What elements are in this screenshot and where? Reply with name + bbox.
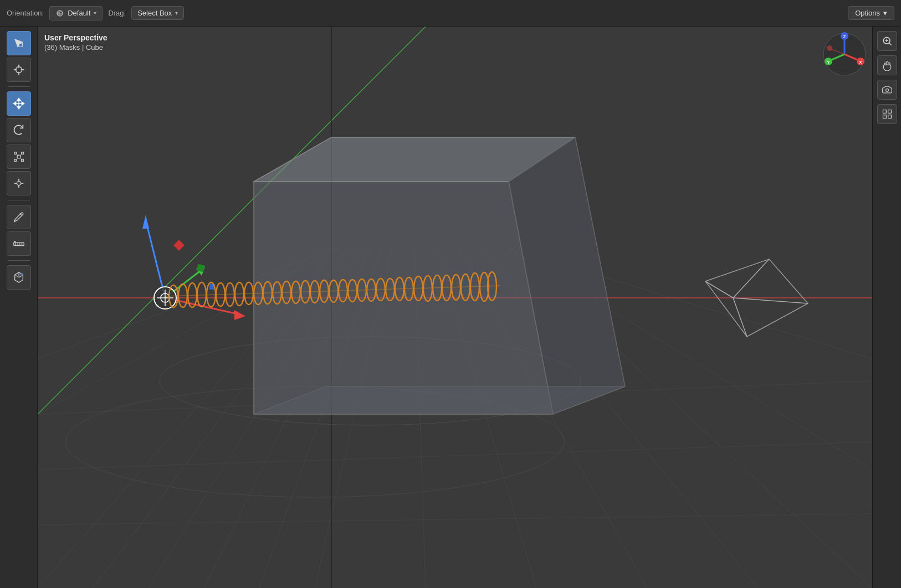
svg-point-73 xyxy=(178,284,187,307)
camera-icon xyxy=(882,84,893,95)
grid-icon xyxy=(882,109,893,120)
tool-rotate[interactable] xyxy=(7,118,31,142)
svg-line-111 xyxy=(733,298,808,303)
svg-point-81 xyxy=(254,282,263,305)
navigation-gizmo[interactable]: Z X Y xyxy=(822,32,867,76)
camera-button[interactable] xyxy=(877,80,897,100)
sidebar-divider-3 xyxy=(8,260,30,261)
svg-point-90 xyxy=(339,280,347,302)
svg-point-89 xyxy=(329,280,338,302)
svg-rect-12 xyxy=(17,155,21,158)
svg-line-41 xyxy=(481,248,758,588)
tool-cursor[interactable] xyxy=(7,58,31,82)
svg-point-75 xyxy=(197,282,206,307)
scale-icon xyxy=(13,151,25,163)
svg-point-101 xyxy=(442,275,451,301)
svg-rect-13 xyxy=(14,152,16,154)
svg-point-99 xyxy=(423,276,432,301)
svg-rect-130 xyxy=(883,110,886,114)
svg-point-91 xyxy=(348,280,357,302)
tool-annotate[interactable] xyxy=(7,205,31,229)
top-toolbar: Orientation: Default ▾ Drag: Select Box … xyxy=(0,0,901,27)
sidebar-divider-1 xyxy=(8,86,30,87)
pan-button[interactable] xyxy=(877,55,897,75)
svg-point-17 xyxy=(17,181,21,185)
tool-transform[interactable] xyxy=(7,171,31,195)
svg-marker-58 xyxy=(254,386,625,414)
svg-point-79 xyxy=(235,282,244,306)
gizmo-svg: Z X Y xyxy=(822,32,867,76)
svg-point-53 xyxy=(160,337,581,425)
svg-point-96 xyxy=(395,277,404,301)
svg-point-71 xyxy=(161,293,170,302)
svg-line-34 xyxy=(149,248,359,588)
svg-text:X: X xyxy=(859,60,862,65)
svg-point-95 xyxy=(386,278,395,301)
svg-line-33 xyxy=(93,248,348,588)
viewport[interactable]: User Perspective (36) Masks | Cube xyxy=(38,27,872,588)
svg-point-83 xyxy=(273,282,281,304)
svg-point-92 xyxy=(357,279,366,301)
svg-marker-57 xyxy=(509,137,625,414)
tool-select[interactable] xyxy=(7,31,31,55)
svg-line-126 xyxy=(888,43,891,45)
svg-line-32 xyxy=(38,248,337,588)
svg-point-102 xyxy=(452,275,460,300)
svg-point-97 xyxy=(405,277,413,301)
svg-point-93 xyxy=(367,279,376,301)
move-icon xyxy=(13,97,25,110)
svg-marker-55 xyxy=(254,182,553,414)
add-cube-icon xyxy=(13,271,25,283)
tool-measure[interactable] xyxy=(7,231,31,256)
cursor-icon xyxy=(13,64,25,76)
drag-dropdown[interactable]: Select Box ▾ xyxy=(131,6,184,20)
svg-line-110 xyxy=(733,259,769,298)
orientation-dropdown[interactable]: Default ▾ xyxy=(49,6,103,20)
svg-point-87 xyxy=(310,281,319,303)
rotate-icon xyxy=(13,124,25,136)
svg-line-37 xyxy=(315,248,392,588)
svg-rect-66 xyxy=(197,264,204,272)
svg-marker-64 xyxy=(196,266,205,276)
svg-marker-60 xyxy=(142,215,149,229)
svg-line-51 xyxy=(38,27,426,414)
tool-move[interactable] xyxy=(7,91,31,116)
tool-add-cube[interactable] xyxy=(7,265,31,290)
svg-rect-65 xyxy=(173,240,185,251)
svg-point-104 xyxy=(470,273,479,301)
tool-scale[interactable] xyxy=(7,145,31,169)
svg-line-63 xyxy=(165,270,201,298)
grid-button[interactable] xyxy=(877,104,897,124)
svg-marker-56 xyxy=(254,137,575,182)
select-icon xyxy=(13,37,25,49)
svg-point-76 xyxy=(207,282,216,307)
svg-point-105 xyxy=(480,272,489,301)
options-label: Options xyxy=(855,9,880,17)
options-button[interactable]: Options ▾ xyxy=(848,6,894,20)
svg-line-42 xyxy=(509,248,872,588)
svg-line-107 xyxy=(165,286,500,296)
zoom-in-button[interactable] xyxy=(877,31,897,51)
svg-rect-15 xyxy=(14,159,16,162)
svg-point-98 xyxy=(414,276,423,301)
svg-rect-22 xyxy=(13,243,23,246)
object-label: (36) Masks | Cube xyxy=(44,43,107,51)
viewport-info: User Perspective (36) Masks | Cube xyxy=(44,33,107,51)
transform-icon xyxy=(13,177,25,189)
svg-point-54 xyxy=(65,386,564,497)
orientation-label: Orientation: xyxy=(7,9,44,17)
svg-marker-108 xyxy=(705,259,808,337)
svg-marker-62 xyxy=(234,310,245,320)
svg-rect-133 xyxy=(888,115,891,118)
svg-text:Z: Z xyxy=(843,34,846,39)
options-arrow: ▾ xyxy=(883,9,887,17)
zoom-in-icon xyxy=(882,35,893,47)
svg-point-94 xyxy=(376,278,385,301)
drag-arrow: ▾ xyxy=(175,10,178,16)
svg-line-28 xyxy=(14,275,18,277)
svg-point-84 xyxy=(282,281,291,303)
svg-line-61 xyxy=(165,298,240,314)
svg-point-77 xyxy=(216,283,225,306)
svg-point-72 xyxy=(169,285,178,307)
svg-line-45 xyxy=(38,248,337,414)
